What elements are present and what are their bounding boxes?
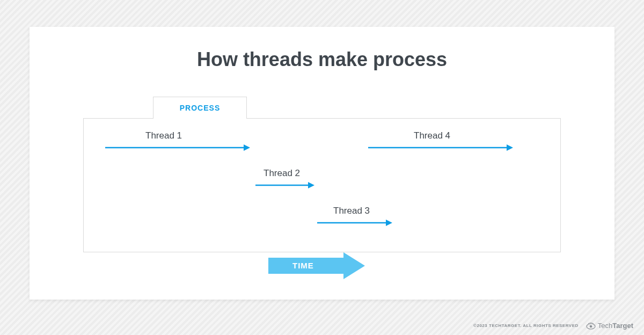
- footer: ©2023 TECHTARGET. ALL RIGHTS RESERVED Te…: [473, 322, 633, 330]
- svg-marker-3: [507, 144, 513, 151]
- thread-4-label: Thread 4: [414, 130, 450, 141]
- thread-4-arrow: [368, 144, 513, 151]
- time-label: TIME: [292, 261, 314, 270]
- thread-1-arrow: [105, 144, 250, 151]
- thread-3-label: Thread 3: [333, 206, 370, 216]
- thread-2-arrow: [255, 182, 314, 188]
- svg-marker-1: [244, 144, 250, 151]
- tab-border-mask: [153, 118, 246, 119]
- thread-1-label: Thread 1: [145, 130, 182, 141]
- process-box: Thread 1 Thread 4 Thread 2 Thread 3: [83, 118, 561, 252]
- logo-text-light: Tech: [598, 322, 612, 330]
- copyright-text: ©2023 TECHTARGET. ALL RIGHTS RESERVED: [473, 323, 579, 328]
- svg-marker-8: [268, 252, 365, 279]
- eye-icon: [586, 322, 596, 330]
- time-arrow: TIME: [268, 252, 365, 279]
- thread-3-arrow: [317, 220, 392, 226]
- techtarget-logo: TechTarget: [586, 322, 633, 330]
- svg-marker-7: [386, 220, 392, 226]
- diagram-area: PROCESS Thread 1 Thread 4 Thread 2 Th: [83, 97, 561, 274]
- diagram-card: How threads make process PROCESS Thread …: [30, 27, 614, 300]
- diagram-title: How threads make process: [30, 27, 614, 71]
- process-tab-label: PROCESS: [180, 104, 220, 112]
- thread-2-label: Thread 2: [264, 168, 300, 179]
- process-tab: PROCESS: [153, 97, 247, 118]
- svg-marker-5: [308, 182, 314, 188]
- logo-text-bold: Target: [612, 322, 633, 330]
- svg-point-10: [589, 325, 592, 327]
